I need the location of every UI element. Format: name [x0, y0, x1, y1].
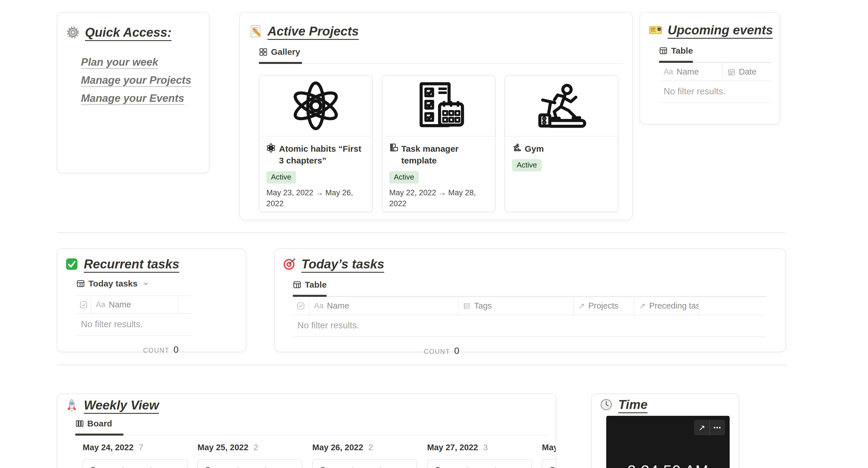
board-card-morning-routine[interactable]: Morning routine: [83, 459, 187, 468]
divider: [57, 232, 785, 233]
upcoming-events-title[interactable]: Upcoming events: [668, 23, 773, 37]
clock-embed[interactable]: ↗ ••• 2:24:50 AM: [606, 416, 730, 468]
text-Aa-icon: Aa: [663, 67, 673, 76]
tab-board[interactable]: Board: [75, 419, 548, 428]
column-header-checkbox[interactable]: [293, 297, 309, 314]
clock-coffee-icon: [89, 467, 99, 468]
memo-icon: [249, 24, 262, 38]
count-value: 0: [174, 344, 179, 355]
recurrent-tasks-card: Recurrent tasks Today tasks Aa: [57, 248, 246, 352]
column-header-tags[interactable]: Tags: [459, 297, 574, 314]
column-header-date[interactable]: Date: [723, 63, 772, 80]
checklist-mini-icon: [389, 143, 398, 167]
empty-results-text: No filter results.: [293, 315, 766, 337]
gallery-card-title: Atomic habits “First 3 chapters”: [279, 143, 365, 167]
tab-table-label: Table: [671, 46, 693, 56]
checkbox-icon: [297, 302, 305, 310]
gallery-card-gym[interactable]: Gym Active: [505, 75, 618, 212]
quick-access-links: Plan your week Manage your Projects Mana…: [81, 56, 200, 104]
board-column-may-25: May 25, 2022 2 Morning routine: [197, 443, 302, 468]
tab-board-label: Board: [87, 419, 112, 428]
board-card-morning-routine[interactable]: Morning routine: [427, 459, 532, 468]
gallery-card-task-manager[interactable]: Task manager template Active May 22, 202…: [382, 75, 495, 212]
clock-coffee-icon: [433, 467, 444, 468]
empty-results-text: No filter results.: [76, 314, 191, 336]
board-card-morning-routine[interactable]: Morning routine: [542, 459, 556, 468]
status-badge: Active: [389, 171, 419, 183]
board-column-count: 2: [253, 443, 258, 452]
tab-table-upcoming[interactable]: Table: [659, 46, 771, 56]
column-header-name[interactable]: Aa Name: [659, 63, 723, 80]
board-card-morning-routine[interactable]: Morning routine: [312, 459, 417, 468]
count-label: COUNT: [424, 348, 450, 356]
board-column-may-26: May 26, 2022 2 Morning routine: [312, 443, 417, 468]
board-column-may-24: May 24, 2022 7 Morning routine: [83, 443, 187, 468]
board-column-count: 7: [138, 443, 143, 452]
status-badge: Active: [267, 171, 296, 183]
count-value: 0: [454, 345, 459, 356]
upcoming-events-card: A Upcoming events Table Aa Name: [640, 12, 780, 125]
table-icon: [76, 279, 85, 288]
board-card-title: Morning routine: [103, 467, 161, 468]
link-manage-your-projects[interactable]: Manage your Projects: [81, 74, 200, 86]
gallery-card-atomic-habits[interactable]: Atomic habits “First 3 chapters” Active …: [259, 75, 373, 212]
column-header-projects[interactable]: ↗ Projects: [574, 297, 634, 314]
empty-results-text: No filter results.: [659, 81, 772, 103]
gallery-cards: Atomic habits “First 3 chapters” Active …: [259, 75, 623, 212]
column-header-name[interactable]: Aa Name: [309, 297, 459, 314]
treadmill-runner-icon: [505, 76, 618, 136]
board-card-title: Morning routine: [218, 467, 276, 468]
board-column-may-28-clipped: May 28, 2022 Morning routine: [542, 443, 556, 468]
relation-arrow-icon: ↗: [578, 301, 585, 310]
recurrent-tasks-title[interactable]: Recurrent tasks: [84, 257, 179, 271]
active-tab-underline: [75, 434, 123, 436]
dart-target-icon: [282, 257, 296, 271]
view-selector-label: Today tasks: [88, 279, 137, 289]
time-title[interactable]: Time: [618, 397, 648, 412]
tab-gallery[interactable]: Gallery: [259, 47, 623, 57]
board-column-date: May 26, 2022: [312, 443, 363, 452]
table-icon: [659, 46, 668, 55]
calendar-icon: [727, 68, 735, 76]
column-header-checkbox[interactable]: [76, 296, 91, 313]
time-card: Time ↗ ••• 2:24:50 AM: [591, 394, 739, 468]
table-icon: [293, 280, 301, 289]
gallery-grid-icon: [259, 47, 268, 56]
weekly-view-title[interactable]: Weekly View: [84, 398, 159, 412]
quick-access-title[interactable]: Quick Access:: [85, 25, 172, 40]
text-Aa-icon: Aa: [96, 300, 105, 309]
embed-more-button[interactable]: •••: [710, 420, 725, 435]
digital-clock-display: 2:24:50 AM: [606, 462, 730, 468]
admission-tickets-icon: A: [649, 23, 662, 37]
checklist-calendar-icon: [382, 76, 495, 136]
column-header-name[interactable]: Aa Name: [91, 296, 179, 313]
active-tab-underline: [293, 295, 327, 297]
active-tab-underline: [259, 62, 302, 64]
weekly-view-card: Weekly View Board May 24, 2022 7: [57, 394, 556, 468]
svg-text:A: A: [658, 28, 660, 31]
embed-expand-button[interactable]: ↗: [694, 420, 710, 435]
board-card-morning-routine[interactable]: Morning routine: [197, 459, 302, 468]
clock-coffee-icon: [319, 467, 329, 468]
text-Aa-icon: Aa: [314, 301, 323, 310]
green-check-icon: [65, 257, 79, 271]
link-plan-your-week[interactable]: Plan your week: [81, 56, 200, 68]
board-columns-icon: [75, 419, 84, 428]
relation-arrow-icon: ↗: [639, 301, 646, 310]
divider: [57, 365, 786, 365]
board-column-may-27: May 27, 2022 3 Morning routine: [427, 443, 532, 468]
active-projects-title[interactable]: Active Projects: [268, 24, 359, 38]
tab-table-todays[interactable]: Table: [293, 280, 778, 290]
card-date-range: May 22, 2022 → May 28, 2022: [389, 188, 478, 209]
board-card-title: Morning routine: [448, 467, 506, 468]
board-card-title: Morning routine: [333, 467, 391, 468]
notion-dashboard-page: { "quick_access": { "icon": "gear", "tit…: [0, 0, 868, 468]
link-manage-your-events[interactable]: Manage your Events: [81, 92, 200, 104]
quick-access-card: Quick Access: Plan your week Manage your…: [57, 12, 210, 173]
column-header-preceding-task[interactable]: ↗ Preceding task: [634, 297, 699, 314]
card-date-range: May 23, 2022 → May 26, 2022: [267, 188, 355, 209]
active-tab-underline: [659, 61, 693, 63]
view-selector-today-tasks[interactable]: Today tasks: [76, 279, 238, 289]
todays-tasks-title[interactable]: Today’s tasks: [301, 257, 384, 271]
board-column-date: May 27, 2022: [427, 443, 478, 452]
